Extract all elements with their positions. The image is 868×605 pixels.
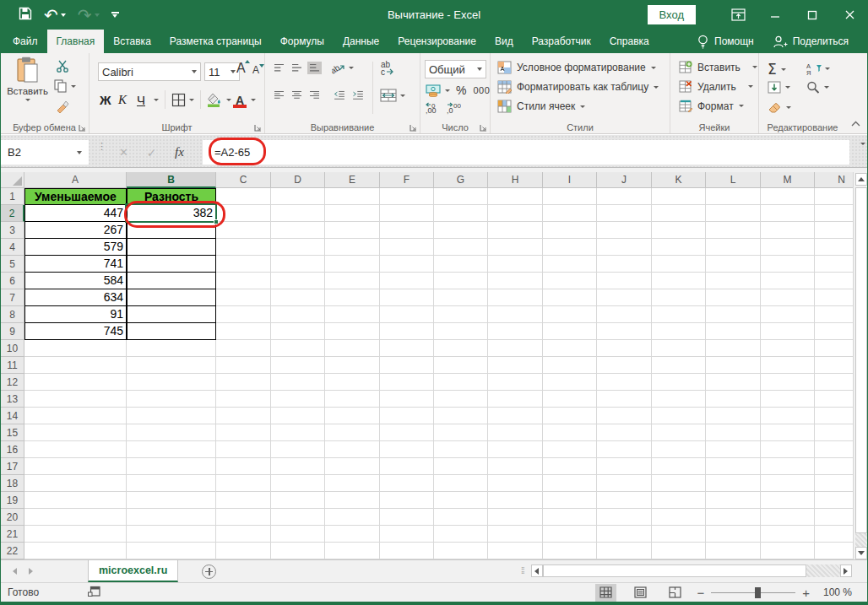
cell-I1[interactable] — [543, 188, 597, 205]
column-header-C[interactable]: C — [216, 172, 271, 188]
tab-5[interactable]: Данные — [334, 30, 388, 53]
cell-J20[interactable] — [597, 509, 652, 526]
column-header-L[interactable]: L — [706, 172, 761, 188]
cell-H5[interactable] — [488, 256, 543, 273]
cell-M7[interactable] — [761, 289, 815, 306]
row-header-6[interactable]: 6 — [1, 273, 24, 289]
cell-A8[interactable]: 91 — [24, 306, 127, 323]
cell-D3[interactable] — [271, 222, 325, 239]
minimize-button[interactable] — [757, 0, 794, 30]
cell-E19[interactable] — [325, 492, 380, 509]
new-sheet-button[interactable] — [202, 564, 216, 579]
cell-H16[interactable] — [488, 441, 543, 458]
cell-I3[interactable] — [543, 222, 597, 239]
cell-I21[interactable] — [543, 526, 597, 543]
merge-center-button[interactable] — [380, 89, 405, 102]
cell-G3[interactable] — [434, 222, 488, 239]
font-color-dropdown-icon[interactable] — [251, 99, 256, 101]
cell-H3[interactable] — [488, 222, 543, 239]
cell-B10[interactable] — [127, 340, 216, 357]
cell-I9[interactable] — [543, 323, 597, 340]
row-header-22[interactable]: 22 — [1, 543, 24, 559]
fill-color-dropdown-icon[interactable] — [226, 99, 231, 101]
cell-G20[interactable] — [434, 509, 488, 526]
tab-2[interactable]: Вставка — [104, 30, 160, 53]
cell-J13[interactable] — [597, 391, 652, 408]
format-painter-button[interactable] — [56, 100, 69, 116]
cell-G6[interactable] — [434, 273, 488, 289]
cell-L14[interactable] — [706, 408, 761, 424]
cell-H17[interactable] — [488, 458, 543, 475]
font-name-select[interactable]: Calibri — [98, 62, 201, 81]
cell-J1[interactable] — [597, 188, 652, 205]
cell-E21[interactable] — [325, 526, 380, 543]
cell-J2[interactable] — [597, 205, 652, 222]
align-middle-button[interactable] — [290, 62, 304, 74]
cell-G21[interactable] — [434, 526, 488, 543]
sign-in-button[interactable]: Вход — [648, 5, 696, 24]
cell-C15[interactable] — [216, 424, 271, 441]
cell-E18[interactable] — [325, 475, 380, 492]
macro-record-icon[interactable] — [88, 586, 100, 599]
cell-B21[interactable] — [127, 526, 216, 543]
accounting-format-button[interactable] — [426, 84, 450, 97]
cell-K10[interactable] — [652, 340, 706, 357]
cell-D5[interactable] — [271, 256, 325, 273]
cell-F6[interactable] — [380, 273, 434, 289]
cell-K3[interactable] — [652, 222, 706, 239]
cell-C19[interactable] — [216, 492, 271, 509]
orientation-button[interactable]: ab — [332, 62, 354, 74]
cell-H4[interactable] — [488, 239, 543, 256]
cell-L20[interactable] — [706, 509, 761, 526]
sheet-prev-icon[interactable] — [13, 568, 17, 575]
cell-C1[interactable] — [216, 188, 271, 205]
column-header-J[interactable]: J — [597, 172, 652, 188]
cell-L12[interactable] — [706, 374, 761, 391]
row-header-18[interactable]: 18 — [1, 475, 24, 492]
column-header-B[interactable]: B — [127, 172, 216, 188]
cell-L10[interactable] — [706, 340, 761, 357]
cell-B14[interactable] — [127, 408, 216, 424]
cell-C3[interactable] — [216, 222, 271, 239]
cell-C10[interactable] — [216, 340, 271, 357]
column-header-F[interactable]: F — [380, 172, 434, 188]
cell-C7[interactable] — [216, 289, 271, 306]
cell-A17[interactable] — [24, 458, 127, 475]
cell-C11[interactable] — [216, 357, 271, 374]
copy-button[interactable] — [54, 79, 76, 93]
cell-E20[interactable] — [325, 509, 380, 526]
column-header-I[interactable]: I — [543, 172, 597, 188]
decrease-font-button[interactable]: A — [252, 64, 259, 76]
cell-E10[interactable] — [325, 340, 380, 357]
cell-E15[interactable] — [325, 424, 380, 441]
cell-D20[interactable] — [271, 509, 325, 526]
cell-G9[interactable] — [434, 323, 488, 340]
cell-L6[interactable] — [706, 273, 761, 289]
row-header-5[interactable]: 5 — [1, 256, 24, 273]
cell-I16[interactable] — [543, 441, 597, 458]
cell-L11[interactable] — [706, 357, 761, 374]
maximize-button[interactable] — [794, 0, 831, 30]
format-cells-button[interactable]: Формат — [679, 100, 744, 112]
cell-E7[interactable] — [325, 289, 380, 306]
cell-M22[interactable] — [761, 543, 815, 559]
cell-G13[interactable] — [434, 391, 488, 408]
cell-A9[interactable]: 745 — [24, 323, 127, 340]
cell-F9[interactable] — [380, 323, 434, 340]
scroll-up-button[interactable] — [855, 173, 867, 186]
cell-L15[interactable] — [706, 424, 761, 441]
cell-B15[interactable] — [127, 424, 216, 441]
cell-E16[interactable] — [325, 441, 380, 458]
row-header-12[interactable]: 12 — [1, 374, 24, 391]
cell-K2[interactable] — [652, 205, 706, 222]
cell-J12[interactable] — [597, 374, 652, 391]
cell-E2[interactable] — [325, 205, 380, 222]
cell-J21[interactable] — [597, 526, 652, 543]
increase-decimal-button[interactable]: ,000 — [426, 102, 440, 115]
format-as-table-button[interactable]: Форматировать как таблицу — [497, 80, 659, 94]
cell-G8[interactable] — [434, 306, 488, 323]
cell-H14[interactable] — [488, 408, 543, 424]
cell-G16[interactable] — [434, 441, 488, 458]
cell-D2[interactable] — [271, 205, 325, 222]
cell-J10[interactable] — [597, 340, 652, 357]
